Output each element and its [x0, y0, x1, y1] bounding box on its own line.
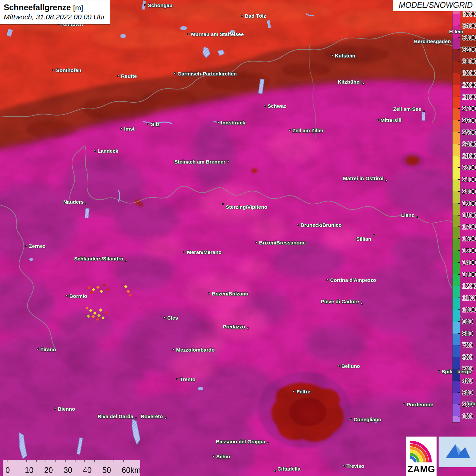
blue-mountain-logo	[439, 437, 476, 467]
partial-label-layer: Hleinbergoipo	[0, 0, 476, 476]
model-label: MODEL/SNOWGRID	[393, 0, 476, 11]
zamg-wordmark: ZAMG	[407, 464, 435, 475]
mountain-icon	[439, 437, 476, 467]
partial-city-label: ipo	[468, 401, 476, 406]
zamg-rainbow-icon	[409, 439, 433, 463]
map-datetime: Mittwoch, 31.08.2022 00:00 Uhr	[4, 13, 105, 21]
partial-city-label: lein	[455, 29, 463, 34]
map-title-line: Schneefallgrenze [m]	[4, 2, 105, 13]
map-unit: [m]	[73, 4, 83, 12]
partial-city-label: H	[449, 29, 453, 34]
snowline-weather-map: SchongauBad TölzKemptenMurnau am Staffel…	[0, 0, 476, 476]
zamg-logo: ZAMG	[406, 437, 437, 476]
partial-city-label: bergo	[457, 369, 472, 374]
map-title: Schneefallgrenze	[4, 3, 71, 12]
title-box: Schneefallgrenze [m] Mittwoch, 31.08.202…	[0, 0, 110, 24]
